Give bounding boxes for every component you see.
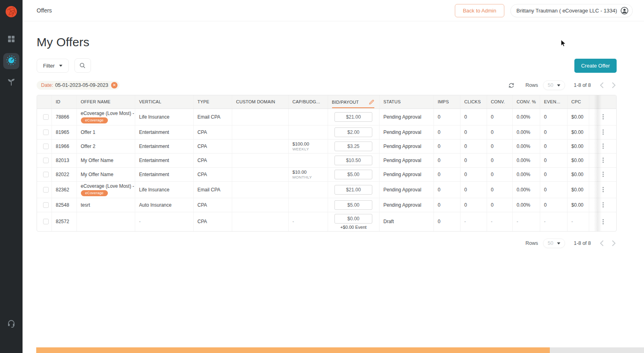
sidebar-item-growth[interactable] — [3, 74, 19, 90]
pager-bottom: Rows 50 1-8 of 8 — [525, 238, 617, 248]
cell-events: 0 — [540, 139, 567, 153]
cell-conv: 0 — [487, 139, 512, 153]
caret-down-icon — [59, 65, 62, 67]
row-checkbox[interactable] — [43, 219, 49, 224]
bid-payout-input[interactable]: $3.25 — [334, 142, 372, 151]
cell-bid-payout: $5.00 — [328, 167, 379, 181]
table-row: 82548tesrtAuto InsuranceCPA$5.00Pending … — [37, 198, 617, 212]
chevron-right-icon[interactable] — [611, 82, 617, 89]
kebab-menu-icon[interactable] — [600, 129, 606, 135]
row-checkbox[interactable] — [43, 187, 49, 193]
sidebar-item-dashboard[interactable] — [3, 32, 19, 48]
cell-status: Pending Approval — [379, 181, 433, 198]
cell-row-menu — [589, 181, 617, 198]
cell-clicks: - — [460, 212, 487, 231]
column-header-id: ID — [52, 95, 76, 109]
create-offer-button[interactable]: Create Offer — [574, 59, 617, 73]
back-to-admin-button[interactable]: Back to Admin — [455, 4, 504, 17]
rows-label: Rows — [525, 240, 538, 246]
account-menu[interactable]: Brittany Trautman ( eCoverage LLC - 1334… — [510, 4, 633, 17]
cell-vertical: Entertainment — [135, 167, 193, 181]
filter-button[interactable]: Filter — [37, 59, 69, 73]
offer-name-text: Offer 1 — [81, 129, 131, 135]
cell-id: 81966 — [52, 139, 76, 153]
cell-type: Email CPA — [193, 181, 232, 198]
pagination-range: 1-8 of 8 — [574, 82, 591, 88]
kebab-menu-icon[interactable] — [600, 202, 606, 207]
kebab-menu-icon[interactable] — [600, 114, 606, 119]
column-header-imps: IMPS — [433, 95, 460, 109]
bid-payout-input[interactable]: $5.00 — [334, 170, 372, 179]
kebab-menu-icon[interactable] — [600, 158, 606, 163]
chevron-left-icon[interactable] — [599, 82, 605, 89]
row-checkbox[interactable] — [43, 158, 49, 163]
row-checkbox[interactable] — [43, 202, 49, 208]
page-horizontal-scrollbar — [23, 347, 644, 353]
bid-payout-input[interactable]: $5.00 — [334, 200, 372, 210]
rows-per-page-select[interactable]: 50 — [543, 238, 565, 248]
cell-status: Pending Approval — [379, 153, 433, 167]
cell-cpc: $0.00 — [567, 198, 589, 212]
offer-name-text: eCoverage (Love Most) - ... — [81, 183, 131, 189]
cell-clicks: 0 — [460, 167, 487, 181]
scrollbar-thumb[interactable] — [36, 347, 550, 353]
chevron-left-icon[interactable] — [599, 240, 605, 247]
cell-offer-name: Offer 2 — [76, 139, 135, 153]
cell-events: 0 — [540, 125, 567, 139]
cell-offer-name — [76, 212, 135, 231]
cell-cap-budget — [288, 181, 328, 198]
cell-conv: 0 — [487, 153, 512, 167]
pencil-edit-icon[interactable] — [369, 99, 374, 105]
cell-offer-name: tesrt — [76, 198, 135, 212]
cell-row-menu — [589, 125, 617, 139]
cell-custom-domain — [232, 198, 288, 212]
bid-payout-input[interactable]: $21.00 — [334, 185, 372, 195]
cell-offer-name: Offer 1 — [76, 125, 135, 139]
cell-cpc: - — [567, 212, 589, 231]
sidebar-item-support[interactable] — [3, 316, 19, 332]
bid-payout-input[interactable]: $10.50 — [334, 156, 372, 165]
cell-clicks: 0 — [460, 153, 487, 167]
search-button[interactable] — [74, 58, 91, 73]
kebab-menu-icon[interactable] — [600, 219, 606, 224]
row-checkbox[interactable] — [43, 144, 49, 149]
cell-bid-payout: $0.00+$0.00 Event — [328, 212, 379, 231]
cell-cpc: $0.00 — [567, 139, 589, 153]
rows-per-page-select[interactable]: 50 — [543, 80, 565, 90]
cell-cap-budget: - — [288, 212, 328, 231]
cell-custom-domain — [232, 125, 288, 139]
pagination-range: 1-8 of 8 — [574, 240, 591, 246]
main-area: Offers Back to Admin Brittany Trautman (… — [23, 0, 644, 353]
sidebar-item-offers[interactable] — [3, 53, 19, 69]
cell-custom-domain — [232, 153, 288, 167]
cell-id: 82572 — [52, 212, 76, 231]
refresh-icon[interactable] — [508, 82, 515, 89]
page-title: My Offers — [37, 35, 617, 49]
filters-applied-row: Date: 05-01-2023-05-09-2023 ✕ Rows — [37, 80, 617, 90]
scrollbar-track[interactable] — [550, 347, 644, 353]
row-checkbox[interactable] — [43, 129, 49, 135]
kebab-menu-icon[interactable] — [600, 187, 606, 192]
column-header-bid: BID/PAYOUT — [328, 95, 379, 109]
cell-conv: 0 — [487, 167, 512, 181]
app-logo-icon[interactable] — [5, 5, 18, 18]
rows-per-page-value: 50 — [548, 240, 553, 246]
bid-payout-input[interactable]: $21.00 — [334, 112, 372, 122]
cell-id: 82013 — [52, 153, 76, 167]
cell-status: Pending Approval — [379, 109, 433, 125]
chevron-right-icon[interactable] — [611, 240, 617, 247]
close-icon[interactable]: ✕ — [111, 82, 118, 88]
cell-conv-pct: 0.00% — [512, 125, 540, 139]
bid-payout-input[interactable]: $2.00 — [334, 127, 372, 137]
cell-events: - — [540, 212, 567, 231]
row-checkbox[interactable] — [43, 114, 49, 120]
growth-plant-icon — [7, 77, 16, 88]
topbar-right: Back to Admin Brittany Trautman ( eCover… — [455, 4, 633, 17]
kebab-menu-icon[interactable] — [600, 144, 606, 149]
table-row: 82572-CPA-$0.00+$0.00 EventDraft0----- — [37, 212, 617, 231]
kebab-menu-icon[interactable] — [600, 172, 606, 177]
cell-vertical: Life Insurance — [135, 109, 193, 125]
cell-imps: 0 — [433, 198, 460, 212]
row-checkbox[interactable] — [43, 172, 49, 177]
bid-payout-input[interactable]: $0.00 — [334, 214, 372, 224]
